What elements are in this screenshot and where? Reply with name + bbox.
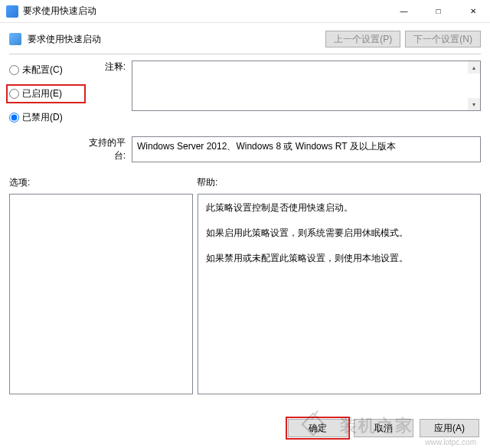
radio-group: 未配置(C) 已启用(E) 已禁用(D) <box>9 60 86 132</box>
close-button[interactable]: ✕ <box>456 0 490 23</box>
footer-buttons: 确定 取消 应用(A) <box>288 419 479 437</box>
radio-not-configured-input[interactable] <box>9 65 19 75</box>
radio-disabled[interactable]: 已禁用(D) <box>9 111 86 124</box>
help-paragraph-3: 如果禁用或未配置此策略设置，则使用本地设置。 <box>206 251 472 266</box>
radio-disabled-input[interactable] <box>9 113 19 123</box>
body: 未配置(C) 已启用(E) 已禁用(D) 注释: ▴ ▾ 支持的平台: Wind… <box>0 60 490 394</box>
comment-label: 注释: <box>86 60 132 132</box>
options-label: 选项: <box>9 176 197 189</box>
radio-not-configured[interactable]: 未配置(C) <box>9 64 86 77</box>
apply-button[interactable]: 应用(A) <box>420 419 479 437</box>
window-controls: — □ ✕ <box>387 0 490 23</box>
config-row: 未配置(C) 已启用(E) 已禁用(D) 注释: ▴ ▾ <box>9 60 481 132</box>
radio-enabled-input[interactable] <box>9 89 19 99</box>
app-icon <box>6 5 18 18</box>
policy-icon <box>9 33 21 45</box>
radio-not-configured-label: 未配置(C) <box>22 64 63 77</box>
cancel-button[interactable]: 取消 <box>354 419 413 437</box>
radio-disabled-label: 已禁用(D) <box>22 111 63 124</box>
next-setting-button[interactable]: 下一个设置(N) <box>405 31 481 47</box>
comment-textarea[interactable]: ▴ ▾ <box>132 60 481 111</box>
radio-enabled-label: 已启用(E) <box>22 87 62 100</box>
titlebar: 要求使用快速启动 — □ ✕ <box>0 0 490 23</box>
options-panel <box>9 194 193 394</box>
panels: 此策略设置控制是否使用快速启动。 如果启用此策略设置，则系统需要启用休眠模式。 … <box>9 194 481 394</box>
separator <box>9 54 481 54</box>
platform-label: 支持的平台: <box>86 136 132 162</box>
window-title: 要求使用快速启动 <box>23 5 387 18</box>
maximize-button[interactable]: □ <box>421 0 456 23</box>
platform-text: Windows Server 2012、Windows 8 或 Windows … <box>132 136 481 162</box>
help-label: 帮助: <box>197 176 481 189</box>
scroll-down-icon[interactable]: ▾ <box>468 98 480 110</box>
minimize-button[interactable]: — <box>387 0 421 23</box>
radio-enabled[interactable]: 已启用(E) <box>6 84 86 103</box>
ok-button[interactable]: 确定 <box>288 419 348 437</box>
help-paragraph-2: 如果启用此策略设置，则系统需要启用休眠模式。 <box>206 226 472 240</box>
watermark-url: www.lotpc.com <box>425 438 476 446</box>
header: 要求使用快速启动 上一个设置(P) 下一个设置(N) <box>0 23 490 54</box>
help-paragraph-1: 此策略设置控制是否使用快速启动。 <box>206 201 472 215</box>
policy-title: 要求使用快速启动 <box>28 33 321 46</box>
scroll-up-icon[interactable]: ▴ <box>468 61 480 74</box>
help-panel: 此策略设置控制是否使用快速启动。 如果启用此策略设置，则系统需要启用休眠模式。 … <box>198 194 481 394</box>
section-labels: 选项: 帮助: <box>9 176 481 189</box>
previous-setting-button[interactable]: 上一个设置(P) <box>325 31 400 47</box>
platform-row: 支持的平台: Windows Server 2012、Windows 8 或 W… <box>9 136 481 162</box>
